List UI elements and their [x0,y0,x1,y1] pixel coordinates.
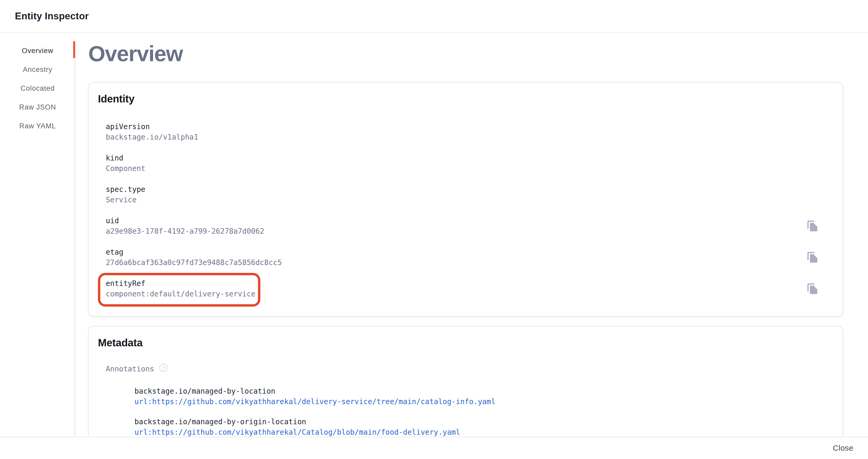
tab-label: Raw YAML [19,122,56,130]
copy-uid-button[interactable] [806,220,819,232]
dialog-header: Entity Inspector [0,0,868,33]
file-copy-icon [806,251,819,264]
tab-list: Overview Ancestry Colocated Raw JSON Raw… [0,41,75,135]
dialog-title: Entity Inspector [15,11,89,22]
tab-label: Colocated [21,84,55,92]
field-value: component:default/delivery-service [106,289,255,299]
page-title: Overview [88,41,843,66]
tab-raw-json[interactable]: Raw JSON [0,98,75,117]
field-label: apiVersion [106,122,198,132]
file-copy-icon [806,283,819,295]
field-value: Component [106,164,146,173]
tab-raw-yaml[interactable]: Raw YAML [0,117,75,135]
active-tab-indicator [73,41,75,58]
dialog-footer: Close [0,437,868,458]
tab-overview[interactable]: Overview [0,41,75,60]
tab-label: Overview [22,47,54,55]
field-row-entityref: entityRef component:default/delivery-ser… [106,279,822,299]
identity-card: Identity apiVersion backstage.io/v1alpha… [88,82,843,317]
field-value: Service [106,195,146,205]
annotation-key: backstage.io/managed-by-origin-location [134,417,822,427]
field-value: backstage.io/v1alpha1 [106,132,198,142]
copy-entityref-button[interactable] [806,283,819,295]
tab-label: Raw JSON [19,103,56,111]
entityref-highlight-annotation: entityRef component:default/delivery-ser… [98,273,260,307]
field-value: a29e98e3-178f-4192-a799-26278a7d0062 [106,226,264,236]
annotation-url-link[interactable]: url:https://github.com/vikyathharekal/Ca… [134,427,822,437]
help-icon[interactable]: ? [159,364,168,372]
tab-panel-overview: Overview Identity apiVersion backstage.i… [75,33,868,437]
field-row-apiversion: apiVersion backstage.io/v1alpha1 [106,122,822,142]
annotation-entry-managed-by-location: backstage.io/managed-by-location url:htt… [134,386,822,406]
dialog-body: Overview Ancestry Colocated Raw JSON Raw… [0,33,868,437]
sidebar-divider [74,41,75,437]
field-row-spec-type: spec.type Service [106,184,822,205]
close-button[interactable]: Close [829,441,858,455]
annotation-key: backstage.io/managed-by-location [134,386,822,396]
annotations-group: Annotations ? [106,364,822,374]
field-value: 27d6a6bcaf363a0c97fd73e9488c7a5856dc8cc5 [106,258,282,267]
field-row-etag: etag 27d6a6bcaf363a0c97fd73e9488c7a5856d… [106,247,822,267]
identity-card-title: Identity [98,92,822,106]
annotations-label: Annotations [106,364,154,374]
metadata-card-title: Metadata [98,336,822,349]
annotation-url-link[interactable]: url:https://github.com/vikyathharekal/de… [134,397,822,406]
field-label: etag [106,247,282,257]
metadata-card: Metadata Annotations ? backstage.io/mana… [88,326,843,437]
annotation-entry-managed-by-origin-location: backstage.io/managed-by-origin-location … [134,417,822,437]
field-label: spec.type [106,184,146,194]
copy-etag-button[interactable] [806,251,819,264]
tab-label: Ancestry [23,66,52,74]
tab-ancestry[interactable]: Ancestry [0,60,75,79]
identity-fields: apiVersion backstage.io/v1alpha1 kind Co… [106,122,822,299]
sidebar-tabs: Overview Ancestry Colocated Raw JSON Raw… [0,33,75,437]
field-label: kind [106,153,146,163]
field-label: uid [106,216,264,226]
field-label: entityRef [106,279,255,288]
field-row-kind: kind Component [106,153,822,173]
file-copy-icon [806,220,819,232]
tab-colocated[interactable]: Colocated [0,79,75,98]
annotation-entries: backstage.io/managed-by-location url:htt… [134,386,822,437]
field-row-uid: uid a29e98e3-178f-4192-a799-26278a7d0062 [106,216,822,236]
